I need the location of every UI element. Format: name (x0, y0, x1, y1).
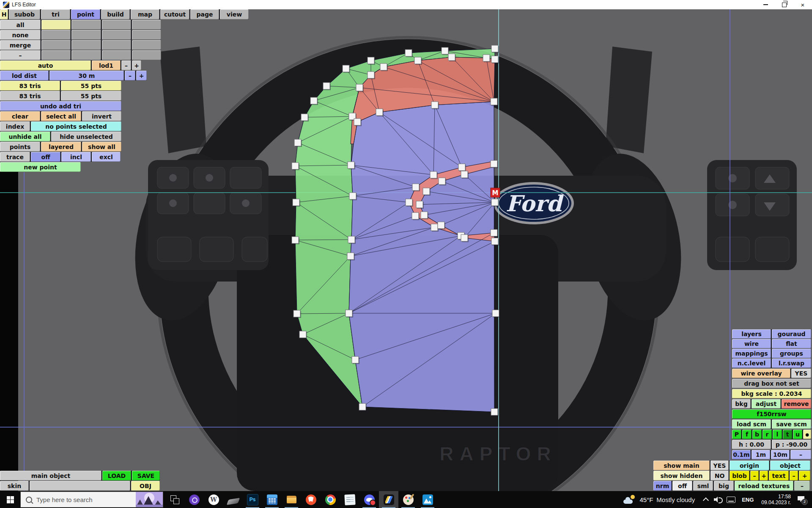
mesh-editor-canvas[interactable]: M (0, 0, 812, 508)
window-title: LFS Editor (12, 2, 36, 8)
photoshop-icon: Ps (247, 494, 258, 505)
mesh-vertex-handle[interactable] (430, 171, 437, 178)
mesh-vertex-handle[interactable] (310, 97, 317, 104)
mesh-vertex-handle[interactable] (356, 84, 363, 91)
mesh-vertex-handle[interactable] (292, 163, 299, 169)
mesh-vertex-handle[interactable] (299, 331, 306, 338)
mesh-vertex-handle[interactable] (301, 114, 308, 121)
mesh-vertex-handle[interactable] (491, 98, 497, 105)
mirror-marker-label: M (492, 189, 499, 197)
mesh-vertex-handle[interactable] (491, 45, 498, 52)
mesh-vertex-handle[interactable] (323, 83, 330, 89)
window-controls: × (756, 0, 812, 9)
mesh-vertex-handle[interactable] (491, 229, 497, 236)
language-indicator[interactable]: ENG (742, 497, 754, 503)
lfs-editor-icon (384, 494, 394, 505)
mesh-vertex-handle[interactable] (359, 403, 366, 410)
taskbar-icon-discord[interactable] (359, 491, 379, 508)
close-button[interactable]: × (793, 0, 812, 9)
mesh-vertex-handle[interactable] (368, 57, 374, 64)
photos-icon (422, 494, 433, 505)
taskbar-icon-paint[interactable] (398, 491, 418, 508)
weather-widget[interactable]: 45°F Mostly cloudy (623, 495, 695, 504)
mesh-vertex-handle[interactable] (439, 178, 445, 185)
mesh-vertex-handle[interactable] (343, 65, 349, 72)
taskbar-icon-app-clock[interactable] (184, 491, 204, 508)
taskbar-icon-chrome[interactable] (321, 491, 340, 508)
mesh-vertex-handle[interactable] (406, 199, 412, 206)
mesh-vertex-handle[interactable] (461, 171, 468, 178)
mesh-vertex-handle[interactable] (491, 238, 498, 245)
touch-keyboard-icon[interactable] (727, 497, 735, 503)
taskbar-icon-lfs-editor[interactable] (379, 491, 398, 508)
mesh-vertex-handle[interactable] (349, 193, 356, 199)
mesh-vertex-handle[interactable] (354, 119, 361, 125)
mesh-vertex-handle[interactable] (376, 109, 383, 116)
app-w-icon: W (208, 494, 219, 505)
task-view-icon (170, 494, 180, 505)
weather-temp: 45°F (639, 496, 653, 503)
weather-icon (623, 495, 636, 504)
mesh-vertex-handle[interactable] (491, 56, 498, 63)
taskbar-icon-photos[interactable] (418, 491, 437, 508)
mesh-vertex-handle[interactable] (352, 356, 359, 363)
file-explorer-icon (286, 494, 297, 505)
mesh-vertex-handle[interactable] (491, 160, 497, 167)
mesh-vertex-handle[interactable] (483, 55, 490, 61)
minimize-button[interactable] (756, 0, 775, 9)
mesh-vertex-handle[interactable] (294, 310, 300, 317)
mesh-vertex-handle[interactable] (293, 199, 299, 206)
mesh-vertex-handle[interactable] (491, 409, 498, 415)
mesh-vertex-handle[interactable] (414, 57, 421, 64)
mesh-vertex-handle[interactable] (348, 236, 355, 243)
paint-icon (403, 494, 414, 505)
restore-button[interactable] (775, 0, 793, 9)
mesh-vertex-handle[interactable] (292, 237, 299, 243)
mesh-vertex-handle[interactable] (448, 54, 455, 61)
clock[interactable]: 17:58 09.04.2023 г. (761, 494, 791, 505)
windows-taskbar: Type here to search WPs 45°F Mostly clou… (0, 491, 812, 508)
taskbar-search[interactable]: Type here to search (20, 491, 163, 508)
tray-time: 17:58 (761, 494, 791, 500)
mesh-vertex-handle[interactable] (421, 212, 428, 218)
tray-date: 09.04.2023 г. (761, 500, 791, 505)
mesh-vertex-handle[interactable] (431, 102, 438, 108)
weather-desc: Mostly cloudy (656, 496, 695, 503)
mesh-vertex-handle[interactable] (368, 72, 374, 78)
taskbar-icon-app-w[interactable]: W (204, 491, 223, 508)
taskbar-icon-brave[interactable] (301, 491, 321, 508)
mesh-vertex-handle[interactable] (405, 50, 412, 56)
mesh-vertex-handle[interactable] (380, 64, 387, 70)
mesh-vertex-handle[interactable] (442, 47, 448, 54)
action-center-icon[interactable]: 2 (798, 496, 806, 503)
mesh-vertex-handle[interactable] (438, 222, 444, 229)
mesh-vertex-handle[interactable] (492, 310, 499, 317)
volume-icon[interactable] (714, 497, 721, 502)
chrome-icon (325, 494, 336, 505)
mesh-vertex-handle[interactable] (412, 184, 419, 190)
start-button[interactable] (0, 491, 20, 508)
mesh-vertex-handle[interactable] (423, 188, 430, 195)
mesh-vertex-handle[interactable] (294, 139, 301, 146)
app-clock-icon (189, 494, 200, 505)
app-3d-icon (226, 497, 239, 505)
taskbar-icon-notepad[interactable] (340, 491, 359, 508)
mesh-vertex-handle[interactable] (416, 201, 423, 208)
mesh-vertex-handle[interactable] (458, 164, 465, 171)
mesh-vertex-handle[interactable] (412, 213, 419, 219)
mesh-vertex-handle[interactable] (347, 253, 354, 260)
taskbar-icon-app-3d[interactable] (223, 491, 243, 508)
windows-logo-icon (7, 496, 14, 503)
mesh-vertex-handle[interactable] (431, 224, 438, 231)
mesh-vertex-handle[interactable] (491, 199, 498, 206)
mesh-vertex-handle[interactable] (346, 310, 352, 317)
taskbar-icon-file-explorer[interactable] (282, 491, 301, 508)
tray-chevron-up-icon[interactable] (704, 497, 708, 502)
calculator-icon (267, 494, 277, 505)
taskbar-icon-photoshop[interactable]: Ps (243, 491, 262, 508)
taskbar-icon-task-view[interactable] (165, 491, 184, 508)
mesh-vertex-handle[interactable] (348, 162, 354, 168)
notepad-icon (344, 494, 355, 505)
mesh-vertex-handle[interactable] (461, 235, 468, 241)
taskbar-icon-calculator[interactable] (262, 491, 282, 508)
